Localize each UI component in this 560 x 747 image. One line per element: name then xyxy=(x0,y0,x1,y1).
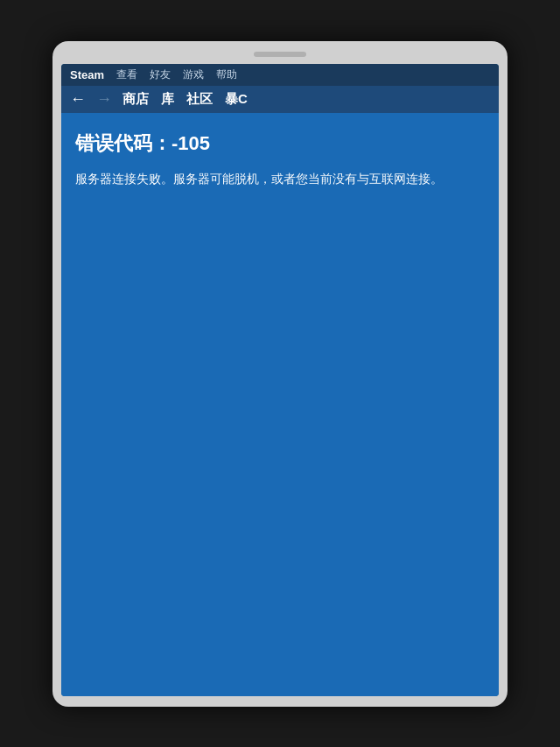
menu-item-help[interactable]: 帮助 xyxy=(216,67,237,82)
nav-partial[interactable]: 暴C xyxy=(225,91,248,108)
device-frame: Steam 查看 好友 游戏 帮助 ← → 商店 库 社区 暴C 错误代码：-1… xyxy=(52,41,508,707)
nav-community[interactable]: 社区 xyxy=(186,91,213,108)
menu-item-games[interactable]: 游戏 xyxy=(183,67,204,82)
menu-item-view[interactable]: 查看 xyxy=(116,67,137,82)
nav-links: 商店 库 社区 暴C xyxy=(122,91,248,108)
nav-store[interactable]: 商店 xyxy=(122,91,149,108)
menu-item-friends[interactable]: 好友 xyxy=(150,67,171,82)
error-description: 服务器连接失败。服务器可能脱机，或者您当前没有与互联网连接。 xyxy=(75,169,485,188)
error-code-title: 错误代码：-105 xyxy=(75,130,485,157)
back-button[interactable]: ← xyxy=(70,91,86,107)
nav-bar: ← → 商店 库 社区 暴C xyxy=(61,86,499,113)
forward-button[interactable]: → xyxy=(96,91,112,107)
screen: Steam 查看 好友 游戏 帮助 ← → 商店 库 社区 暴C 错误代码：-1… xyxy=(61,64,499,696)
menu-bar: Steam 查看 好友 游戏 帮助 xyxy=(61,64,499,86)
content-area: 错误代码：-105 服务器连接失败。服务器可能脱机，或者您当前没有与互联网连接。 xyxy=(61,113,499,696)
nav-library[interactable]: 库 xyxy=(161,91,174,108)
device-speaker xyxy=(254,52,306,57)
menu-item-steam[interactable]: Steam xyxy=(70,68,104,81)
